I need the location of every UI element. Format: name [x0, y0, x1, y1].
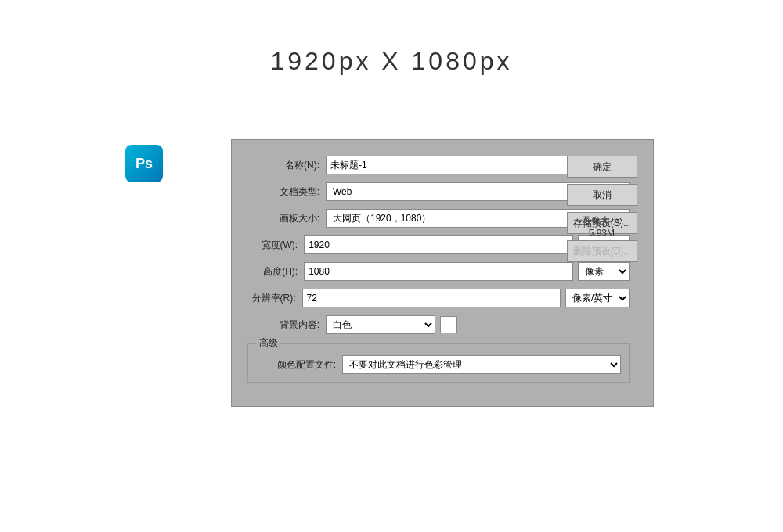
height-unit-select[interactable]: 像素 厘米 英寸	[578, 262, 630, 281]
bg-color-swatch	[440, 316, 457, 333]
width-input[interactable]	[304, 235, 573, 254]
page-title: 1920px X 1080px	[0, 47, 783, 76]
canvas-label: 画板大小:	[247, 212, 326, 225]
bg-label: 背景内容:	[247, 318, 326, 332]
delete-preset-button[interactable]: 删除预设(D)...	[567, 240, 637, 262]
cancel-button[interactable]: 取消	[567, 184, 637, 206]
resolution-row: 分辨率(R): 像素/英寸 像素/厘米	[247, 289, 630, 307]
resolution-label: 分辨率(R):	[247, 292, 302, 305]
advanced-legend: 高级	[256, 336, 281, 350]
resolution-unit-select[interactable]: 像素/英寸 像素/厘米	[565, 289, 630, 307]
new-document-dialog: 名称(N): 文档类型: Web 画板大小: 大网页（	[231, 139, 654, 407]
width-label: 宽度(W):	[247, 239, 304, 252]
ps-logo-text: Ps	[135, 156, 153, 172]
name-label: 名称(N):	[247, 159, 326, 172]
height-input[interactable]	[304, 262, 573, 281]
advanced-group: 高级 颜色配置文件: 不要对此文档进行色彩管理	[247, 343, 630, 383]
height-row: 高度(H): 像素 厘米 英寸	[247, 262, 630, 281]
image-size-value: 5.93M	[582, 228, 622, 239]
image-size-label: 图像大小:	[582, 214, 622, 228]
button-panel: 确定 取消 存储预设(S)... 删除预设(D)... 图像大小: 5.93M	[567, 156, 637, 262]
ok-button[interactable]: 确定	[567, 156, 637, 178]
height-label: 高度(H):	[247, 265, 304, 279]
doctype-label: 文档类型:	[247, 185, 326, 199]
bg-row: 背景内容: 白色 黑色 背景色 透明	[247, 315, 630, 334]
color-profile-select[interactable]: 不要对此文档进行色彩管理	[342, 355, 621, 374]
ps-icon: Ps	[125, 145, 163, 182]
color-profile-row: 颜色配置文件: 不要对此文档进行色彩管理	[256, 355, 621, 374]
bg-select[interactable]: 白色 黑色 背景色 透明	[326, 315, 435, 334]
color-profile-label: 颜色配置文件:	[256, 358, 342, 372]
resolution-input[interactable]	[302, 289, 561, 307]
image-size-info: 图像大小: 5.93M	[582, 214, 622, 239]
